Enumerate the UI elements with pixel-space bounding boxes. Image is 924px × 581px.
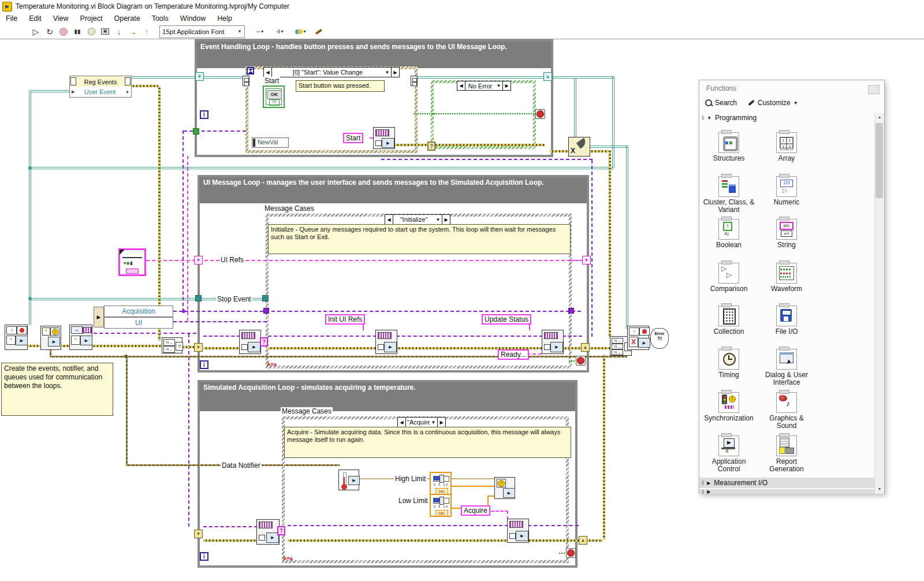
- retain-wire-values-button[interactable]: ▣: [99, 26, 111, 38]
- run-continuously-button[interactable]: ↻: [44, 26, 55, 38]
- menu-project[interactable]: Project: [74, 13, 109, 24]
- case-dropdown-icon[interactable]: ▼: [430, 420, 437, 425]
- palette-item-synchronization[interactable]: ! Synchronization: [701, 392, 757, 422]
- palette-item-waveform[interactable]: Waveform: [759, 263, 814, 293]
- menu-view[interactable]: View: [47, 13, 74, 24]
- update-status-constant[interactable]: Update Status: [482, 314, 531, 325]
- palette-item-comparison[interactable]: ▷ ▷ Comparison: [701, 263, 757, 293]
- event-loop-iteration-terminal[interactable]: i: [200, 110, 208, 119]
- pause-button[interactable]: ▮▮: [72, 26, 83, 38]
- tunnel[interactable]: [262, 295, 269, 301]
- send-notification-vi[interactable]: ! ▶: [494, 477, 515, 499]
- palette-item-array[interactable]: 12 34 Array: [759, 132, 814, 162]
- case-next-icon[interactable]: ▶: [503, 83, 511, 88]
- palette-item-graphics[interactable]: ♪ Graphics & Sound: [759, 392, 814, 430]
- menu-edit[interactable]: Edit: [23, 13, 47, 24]
- scroll-up-arrow[interactable]: ▴: [875, 113, 884, 122]
- font-selector[interactable]: 15pt Application Font ▼: [159, 25, 245, 38]
- ui-case-selector-terminal[interactable]: ?: [260, 337, 268, 347]
- step-out-button[interactable]: ↑: [141, 26, 152, 38]
- dequeue-message-vi[interactable]: ▶: [239, 330, 261, 354]
- customize-button[interactable]: Customize: [758, 99, 791, 107]
- acq-loop-stop-button[interactable]: [566, 548, 576, 558]
- step-over-button[interactable]: →: [127, 26, 139, 38]
- high-limit-slider-terminal[interactable]: 0 5 10 DBL: [430, 472, 452, 495]
- error-shift-register-right[interactable]: ▲: [579, 536, 587, 545]
- palette-item-collection[interactable]: Collection: [701, 306, 757, 336]
- acquire-string-constant[interactable]: Acquire: [461, 505, 490, 516]
- palette-item-timing[interactable]: Timing: [701, 349, 757, 379]
- ready-constant[interactable]: Ready...: [498, 349, 529, 360]
- event-selector-next-icon[interactable]: ▶: [392, 70, 399, 75]
- palette-item-structures[interactable]: Structures: [701, 132, 757, 162]
- align-objects-button[interactable]: ▫▫▼: [252, 26, 269, 38]
- palette-pin-button[interactable]: [868, 85, 880, 94]
- distribute-objects-button[interactable]: ▫‖▼: [271, 26, 289, 38]
- reorder-button[interactable]: ▼: [291, 26, 311, 38]
- ui-refs-cluster-constant[interactable]: ▾◉▮: [118, 248, 146, 276]
- init-ui-refs-constant[interactable]: Init UI Refs: [325, 314, 365, 325]
- programming-section-header[interactable]: ‖ ▼ Programming: [702, 114, 757, 122]
- read-temperature-vi[interactable]: ▶: [338, 470, 359, 490]
- case-prev-icon[interactable]: ◀: [457, 83, 465, 88]
- menu-tools[interactable]: Tools: [146, 13, 174, 24]
- ui-case-selector[interactable]: ◀ "Initialize" ▼ ▶: [385, 214, 450, 225]
- abort-button[interactable]: [58, 26, 69, 38]
- enqueue-message-vi[interactable]: ▶: [507, 519, 529, 543]
- menu-file[interactable]: File: [0, 13, 23, 24]
- unbundle-acquisition[interactable]: Acquisition: [104, 306, 173, 317]
- palette-item-dialog[interactable]: Dialog & User Interface: [759, 349, 814, 386]
- merge-errors-node[interactable]: ?!→ ?!→ ?!: [162, 337, 182, 353]
- destroy-events-queues-vi[interactable]: ? X ▶: [627, 326, 649, 350]
- tunnel[interactable]: ▲: [543, 72, 552, 81]
- menu-window[interactable]: Window: [174, 13, 211, 24]
- low-limit-slider-terminal[interactable]: 0 5 10 DBL: [430, 494, 452, 517]
- scrollbar-thumb[interactable]: [875, 123, 883, 198]
- palette-item-string[interactable]: abc a A String: [759, 219, 814, 249]
- palette-item-appcontrol[interactable]: ▶ Application Control: [701, 435, 757, 473]
- simple-error-handler-vi[interactable]: Error ?!: [650, 328, 669, 349]
- enqueue-message-vi[interactable]: ▶: [373, 127, 395, 149]
- tunnel[interactable]: ▼: [195, 72, 204, 81]
- acq-case-selector-terminal[interactable]: ?: [277, 526, 285, 535]
- error-shift-register-left[interactable]: ▼: [194, 530, 203, 538]
- tunnel[interactable]: [193, 128, 199, 135]
- event-selector[interactable]: ◀ [0] "Start": Value Change ▼ ▶: [263, 67, 400, 77]
- create-notifier-vi[interactable]: * ! ▶: [40, 326, 61, 350]
- palette-item-fileio[interactable]: File I/O: [759, 306, 814, 336]
- measurement-io-section-header[interactable]: ‖ ▶ Measurement I/O: [699, 478, 876, 488]
- palette-item-reportgen[interactable]: Report Generation: [759, 435, 814, 473]
- palette-scrollbar[interactable]: ▴ ▾: [874, 113, 884, 494]
- event-selector-dropdown-icon[interactable]: ▼: [383, 70, 391, 75]
- tunnel[interactable]: [568, 308, 574, 314]
- case-next-icon[interactable]: ▶: [438, 420, 445, 425]
- event-loop-stop-button[interactable]: [535, 109, 545, 119]
- shift-register-right[interactable]: ▼: [582, 256, 591, 265]
- start-ok-button-terminal[interactable]: OK TF: [263, 85, 285, 108]
- dequeue-message-vi[interactable]: ▶: [256, 519, 280, 545]
- timeout-terminal-icon[interactable]: [247, 67, 254, 75]
- run-button[interactable]: ▷: [30, 26, 42, 38]
- acq-loop-iteration-terminal[interactable]: i: [200, 552, 208, 561]
- enqueue-message-vi[interactable]: ▶: [542, 330, 564, 354]
- no-error-case-selector[interactable]: ◀ No Error ▼ ▶: [457, 81, 511, 91]
- tunnel[interactable]: [195, 295, 202, 301]
- case-next-icon[interactable]: ▶: [442, 217, 450, 222]
- palette-item-cluster[interactable]: Cluster, Class, & Variant: [701, 176, 757, 214]
- scroll-down-arrow[interactable]: ▾: [875, 485, 884, 494]
- enqueue-message-vi[interactable]: ▶: [375, 330, 397, 354]
- menu-operate[interactable]: Operate: [108, 13, 146, 24]
- menu-help[interactable]: Help: [211, 13, 238, 24]
- case-selector-terminal[interactable]: ?: [427, 141, 435, 151]
- ui-loop-stop-button[interactable]: [576, 356, 586, 366]
- shift-register-left[interactable]: ▼: [194, 256, 203, 265]
- event-selector-prev-icon[interactable]: ◀: [264, 70, 271, 75]
- newval-event-data-node[interactable]: NewVal: [252, 137, 289, 148]
- create-queue-vi[interactable]: ▭ * ▶: [69, 325, 92, 350]
- palette-item-numeric[interactable]: 123 ▷ Numeric: [759, 176, 814, 206]
- error-shift-register-right[interactable]: ▲: [581, 343, 590, 352]
- unbundle-ui[interactable]: UI: [104, 317, 173, 329]
- case-dropdown-icon[interactable]: ▼: [495, 83, 502, 88]
- next-section-partial-row[interactable]: ‖ ▶: [699, 489, 876, 494]
- event-reg-terminal-right[interactable]: [411, 76, 418, 86]
